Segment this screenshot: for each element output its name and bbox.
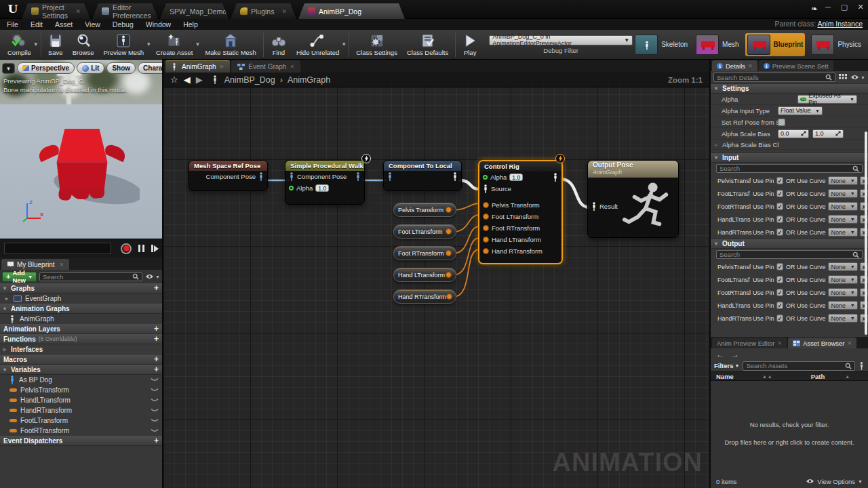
transform-pin-icon[interactable]	[483, 237, 489, 243]
visibility-filter-dropdown[interactable]: ▼	[145, 274, 160, 279]
tree-item-eventgraph[interactable]: ▸ EventGraph	[0, 293, 162, 304]
variable-row[interactable]: HandLTransform	[0, 395, 162, 405]
node-mesh-space-ref-pose[interactable]: Mesh Space Ref Pose Component Pose	[189, 160, 268, 191]
property-row-alpha-scale-bias-clamp[interactable]: ▹ Alpha Scale Bias Cl	[711, 140, 868, 150]
section-functions[interactable]: Functions (8 Overridable) +	[0, 334, 162, 344]
add-new-button[interactable]: + Add New ▼	[2, 272, 37, 282]
view-options-button[interactable]: View Options ▼	[806, 478, 863, 485]
window-tab-editor-preferences[interactable]: Editor Preferences ✕	[92, 3, 158, 19]
transform-pin-icon[interactable]	[483, 214, 489, 220]
history-back-button[interactable]: ←	[716, 350, 724, 359]
create-asset-button[interactable]: Create Asset	[151, 30, 197, 59]
menu-window[interactable]: Window	[146, 20, 171, 28]
breadcrumb-root[interactable]: AnimBP_Dog	[224, 75, 275, 85]
variable-node-hand-l-transform[interactable]: Hand LTransform	[393, 268, 456, 282]
curve-select-dropdown[interactable]: None ▼	[828, 301, 857, 310]
tab-close-icon[interactable]: ✕	[778, 340, 783, 346]
use-pin-checkbox[interactable]: ✓	[776, 216, 783, 222]
transform-pin-icon[interactable]	[446, 228, 452, 235]
filters-dropdown[interactable]: Filters ▼	[714, 362, 739, 369]
node-output-pose[interactable]: Output Pose AnimGraph Result	[587, 160, 679, 238]
use-pin-checkbox[interactable]: ✓	[776, 203, 783, 209]
section-output[interactable]: ▾ Output	[711, 239, 868, 249]
timeline-track[interactable]	[4, 243, 111, 254]
menu-asset[interactable]: Asset	[55, 20, 73, 28]
property-visibility-dropdown[interactable]: ▼	[850, 75, 865, 80]
window-tab-project-settings[interactable]: Project Settings ✕	[22, 3, 90, 19]
bias-max-field[interactable]: 1.0	[812, 129, 844, 138]
variable-node-foot-r-transform[interactable]: Foot RTransform	[393, 246, 456, 260]
mode-skeleton-button[interactable]: Skeleton	[633, 33, 690, 56]
curve-select-dropdown[interactable]: None ▼	[828, 215, 857, 224]
spinner-icon[interactable]	[835, 131, 841, 136]
transform-pin-icon[interactable]	[483, 248, 489, 254]
column-name[interactable]: Name	[716, 373, 734, 380]
tab-close-icon[interactable]: ✕	[60, 262, 64, 268]
search-assets-input[interactable]	[746, 362, 845, 369]
section-input[interactable]: ▾ Input	[711, 152, 868, 163]
hide-unrelated-button[interactable]: Hide Unrelated	[292, 30, 344, 59]
window-tab-animbp-dog[interactable]: AnimBP_Dog	[298, 3, 405, 19]
tab-eventgraph[interactable]: Event Graph ✕	[231, 60, 300, 73]
tab-my-blueprint[interactable]: My Blueprint ✕	[1, 259, 69, 270]
add-graph-button[interactable]: +	[154, 283, 159, 293]
pose-pin-icon[interactable]	[387, 172, 393, 181]
graph-canvas[interactable]: Mesh Space Ref Pose Component Pose Simpl…	[163, 73, 709, 488]
tab-close-icon[interactable]: ✕	[75, 8, 81, 15]
character-button[interactable]: Character	[138, 62, 162, 74]
maximize-button[interactable]: ▢	[840, 3, 849, 12]
curve-select-dropdown[interactable]: None ▼	[828, 262, 857, 271]
pause-button[interactable]	[138, 245, 144, 252]
menu-debug[interactable]: Debug	[113, 20, 134, 28]
curve-select-dropdown[interactable]: None ▼	[828, 288, 857, 297]
bias-min-field[interactable]: 0.0	[778, 129, 809, 138]
details-search[interactable]	[713, 73, 835, 82]
column-grip-icon[interactable]: ▲	[845, 374, 850, 379]
window-tab-map[interactable]: SPW_Map_Demo	[160, 3, 229, 19]
tab-close-icon[interactable]: ✕	[290, 64, 294, 70]
tab-close-icon[interactable]: ✕	[155, 8, 160, 15]
debug-filter-dropdown[interactable]: AnimBP_Dog_C_0 in AnimationEditorPreview…	[489, 35, 633, 45]
preview-mesh-dropdown[interactable]: ▼	[146, 41, 151, 47]
transform-pin-icon[interactable]	[446, 293, 452, 300]
pose-pin-icon[interactable]	[258, 172, 264, 181]
eye-closed-icon[interactable]	[151, 378, 159, 382]
float-pin-icon[interactable]	[483, 175, 488, 180]
transform-pin-icon[interactable]	[483, 202, 489, 208]
menu-file[interactable]: File	[7, 20, 18, 28]
add-variable-button[interactable]: +	[154, 365, 159, 374]
mode-mesh-button[interactable]: Mesh	[694, 33, 741, 56]
tab-close-icon[interactable]: ✕	[748, 63, 753, 69]
variable-row[interactable]: HandRTransform	[0, 405, 162, 415]
mode-blueprint-button[interactable]: Blueprint	[745, 33, 806, 56]
eye-closed-icon[interactable]	[151, 428, 159, 433]
tab-animgraph[interactable]: AnimGraph ✕	[165, 60, 230, 73]
make-static-mesh-button[interactable]: Make Static Mesh	[200, 30, 261, 59]
curve-select-dropdown[interactable]: None ▼	[828, 275, 857, 284]
pose-pin-icon[interactable]	[591, 202, 597, 211]
variable-row[interactable]: FootRTransform	[0, 426, 162, 436]
tab-anim-preview-editor[interactable]: Anim Preview Editor ✕	[712, 338, 787, 348]
mode-physics-button[interactable]: Physics	[809, 33, 863, 56]
preview-mesh-button[interactable]: Preview Mesh	[98, 30, 149, 59]
tree-item-animgraph[interactable]: AnimGraph	[0, 314, 162, 324]
tab-asset-browser[interactable]: Asset Browser ✕	[788, 338, 856, 348]
variable-node-foot-l-transform[interactable]: Foot LTransform	[393, 224, 456, 239]
menu-edit[interactable]: Edit	[31, 20, 43, 28]
user-filter-icon[interactable]	[859, 362, 865, 370]
tab-close-icon[interactable]: ✕	[220, 64, 224, 70]
variable-node-pelvis-transform[interactable]: Pelvis Transform	[393, 203, 456, 217]
section-variables[interactable]: ▾ Variables +	[0, 365, 162, 375]
pose-pin-icon[interactable]	[355, 172, 361, 181]
use-pin-checkbox[interactable]: ✓	[776, 302, 783, 308]
add-event-dispatcher-button[interactable]: +	[154, 436, 159, 445]
parent-class-link[interactable]: Anim Instance	[817, 20, 863, 28]
tab-close-icon[interactable]: ✕	[847, 340, 852, 346]
node-control-rig[interactable]: Control Rig Alpha 1.0 Source Pelvis Tran…	[478, 160, 563, 264]
play-button[interactable]: Play	[458, 30, 482, 59]
asset-search[interactable]	[743, 361, 855, 371]
compile-button[interactable]: Compile	[3, 30, 36, 59]
search-input[interactable]	[719, 251, 852, 258]
lit-button[interactable]: Lit	[77, 62, 104, 74]
tab-details[interactable]: i Details ✕	[712, 60, 757, 71]
